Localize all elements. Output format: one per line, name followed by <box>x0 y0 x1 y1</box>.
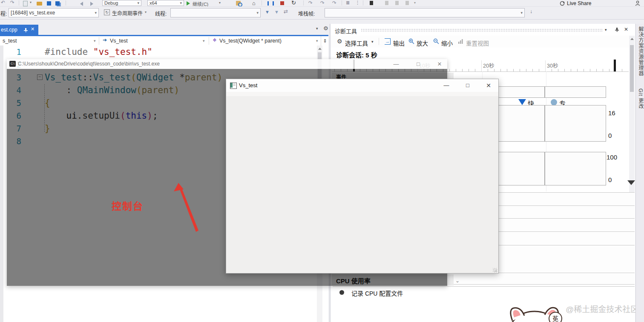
debug-location-toolbar: 程: [16848] vs_test.exe▾ ↻ 生命周期事件 ▾ 线程: ▾… <box>0 7 644 20</box>
breadcrumb-type[interactable]: Vs_test <box>110 38 128 44</box>
more-options-icon[interactable]: ⋮ <box>355 0 360 5</box>
ruler-tick <box>609 69 610 71</box>
debug-config-select[interactable]: Debug▾ <box>102 0 141 6</box>
qt-resize-grip[interactable] <box>493 268 497 272</box>
cpu-axis-min: 0 <box>608 176 612 183</box>
console-path: C:\Users\shouk\OneDrive\code\qt\lesson_c… <box>18 61 160 67</box>
ruler-tick <box>545 60 546 71</box>
console-minimize-button[interactable]: — <box>387 59 405 69</box>
breadcrumb-scope-caret-icon[interactable]: ▾ <box>94 39 96 43</box>
qt-client-area[interactable] <box>226 96 498 273</box>
zoom-out-button[interactable]: 缩小 <box>441 39 453 47</box>
console-close-button[interactable]: ✕ <box>430 59 449 69</box>
save-icon[interactable] <box>47 1 51 6</box>
undo-icon[interactable]: ↶ <box>1 0 5 5</box>
ruler-tick <box>590 69 590 71</box>
select-tool-button[interactable]: 选择工具 <box>345 39 368 47</box>
reset-view-button[interactable]: 重置视图 <box>466 39 489 47</box>
private-bytes-circle-icon <box>551 99 557 105</box>
paste-caret-icon[interactable]: ▾ <box>30 1 32 4</box>
bookmark-caret-icon[interactable]: ▾ <box>414 1 416 5</box>
bookmark-prev-icon[interactable] <box>385 1 388 5</box>
editor-settings-gear-icon[interactable]: ⚙ <box>323 26 328 31</box>
bookmark-clear-icon[interactable] <box>405 1 409 5</box>
diagnostics-header[interactable]: 诊断工具 ▾ ✕ <box>331 25 635 35</box>
snapshot-triangle-icon <box>518 99 526 105</box>
qt-close-button[interactable]: ✕ <box>479 79 498 92</box>
thread-select[interactable]: ▾ <box>170 8 261 17</box>
ruler-tick <box>603 69 603 71</box>
scroll-down-arrow-icon[interactable] <box>627 180 635 185</box>
breadcrumb-member-caret-icon[interactable]: ▾ <box>316 39 318 43</box>
feedback-person-icon[interactable] <box>635 0 641 6</box>
home-icon[interactable]: ⌂ <box>252 0 256 6</box>
reset-view-icon <box>458 39 463 44</box>
filter-icon[interactable]: ▼ <box>265 10 270 14</box>
ruler-tick <box>507 69 507 71</box>
ruler-tick <box>584 69 584 71</box>
tabbar-caret-icon[interactable]: ▾ <box>316 27 318 31</box>
stack-down-icon[interactable]: ↓ <box>530 9 532 14</box>
step-into-icon[interactable]: ↷ <box>308 0 313 6</box>
qt-minimize-button[interactable]: — <box>437 79 456 92</box>
cat-badge: 莬 <box>549 312 562 322</box>
output-button[interactable]: 输出 <box>393 39 405 47</box>
breadcrumb-type-caret-icon[interactable]: ▾ <box>203 39 205 43</box>
platform-select[interactable]: x64▾ <box>147 0 184 6</box>
qt-titlebar[interactable]: Vs_test — □ ✕ <box>226 79 498 92</box>
paste-icon[interactable] <box>23 1 28 6</box>
record-bullet-icon <box>339 290 344 295</box>
tab-vs-test-cpp[interactable]: est.cpp ✕ <box>0 25 38 35</box>
zoom-out-icon <box>433 38 439 44</box>
tab-close-icon[interactable]: ✕ <box>31 27 34 31</box>
line-number: 1 <box>0 46 21 58</box>
lifecycle-label: 生命周期事件 <box>112 9 143 17</box>
step-over-icon[interactable]: ↷ <box>320 0 325 6</box>
stack-frame-select[interactable]: ▾ <box>325 8 525 17</box>
tab-solution-explorer[interactable]: 解决方案资源管理器 <box>637 26 644 76</box>
pin-icon[interactable] <box>23 28 28 32</box>
zoom-in-button[interactable]: 放大 <box>417 39 428 47</box>
ruler-tick <box>564 69 565 71</box>
lifecycle-caret-icon: ▾ <box>145 11 147 14</box>
bookmark-next-icon[interactable] <box>395 1 399 5</box>
bookmark-icon[interactable] <box>370 1 373 5</box>
find-in-files-icon[interactable] <box>236 1 241 6</box>
qt-maximize-button[interactable]: □ <box>458 79 477 92</box>
split-editor-button[interactable]: ⇕ <box>321 36 329 46</box>
scroll-up-arrow-icon[interactable] <box>630 38 634 40</box>
section-collapse-chevron-icon[interactable]: ⌄ <box>455 278 460 283</box>
tab-git-changes[interactable]: Git 更改 <box>637 88 644 109</box>
select-tool-caret-icon[interactable]: ▾ <box>371 40 374 44</box>
code-map-icon[interactable]: ≣ <box>346 0 350 5</box>
step-out-icon[interactable]: ↷ <box>332 0 336 6</box>
redo-icon[interactable]: ↷ <box>10 0 14 5</box>
debug-config-value: Debug <box>104 0 118 6</box>
scrollbar-thumb[interactable] <box>630 45 634 92</box>
process-select[interactable]: [16848] vs_test.exe▾ <box>9 8 99 17</box>
restart-icon[interactable]: ↻ <box>291 0 296 6</box>
qt-window[interactable]: Vs_test — □ ✕ <box>226 79 499 274</box>
console-titlebar[interactable]: C:\ C:\Users\shouk\OneDrive\code\qt\less… <box>7 59 447 69</box>
tick-label-30s: 30秒 <box>547 61 558 69</box>
panel-scrollbar[interactable] <box>629 36 635 193</box>
nav-forward-icon[interactable] <box>90 2 93 6</box>
open-folder-icon[interactable] <box>37 2 42 6</box>
swap-threads-icon[interactable]: ⇄ <box>284 9 288 14</box>
breadcrumb-scope[interactable]: s_test <box>3 38 17 44</box>
session-current-marker <box>614 60 616 71</box>
panel-close-icon[interactable]: ✕ <box>624 27 628 32</box>
filter-off-icon[interactable]: ▼ <box>274 10 279 14</box>
window-position-caret-icon[interactable]: ▾ <box>605 28 607 32</box>
save-all-icon[interactable] <box>55 1 60 6</box>
console-annotation-text: 控制台 <box>112 198 144 213</box>
breadcrumb-divider <box>99 37 99 45</box>
scroll-up-arrow-icon[interactable] <box>318 48 322 50</box>
pin-icon[interactable] <box>615 27 619 32</box>
breadcrumb-member[interactable]: Vs_test(QWidget * parent) <box>219 38 282 44</box>
ruler-tick <box>622 69 622 71</box>
stop-icon[interactable] <box>280 1 284 5</box>
nav-back-icon[interactable] <box>80 2 83 6</box>
console-maximize-button[interactable]: □ <box>409 59 428 69</box>
pause-icon[interactable] <box>267 1 274 6</box>
